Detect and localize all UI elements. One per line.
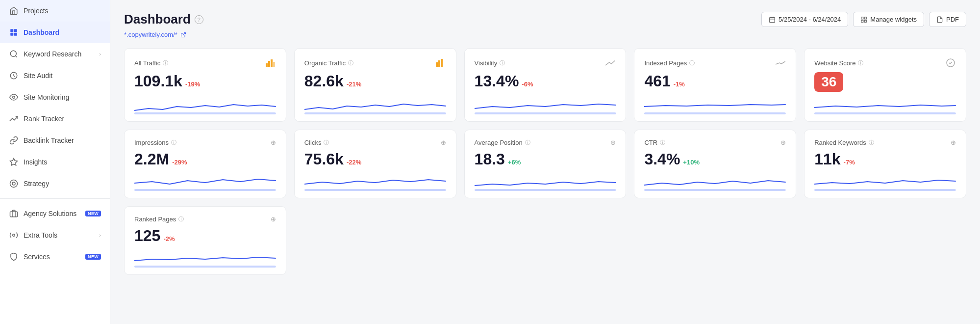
sidebar-label-backlink-tracker: Backlink Tracker (24, 136, 101, 144)
chevron-right-icon: › (99, 51, 101, 57)
sidebar-label-keyword-research: Keyword Research (24, 50, 94, 58)
svg-rect-29 (441, 59, 443, 67)
svg-rect-36 (304, 189, 446, 191)
sidebar-label-insights: Insights (24, 158, 101, 166)
svg-rect-11 (10, 212, 18, 217)
widget-info-icon-impressions[interactable]: ⓘ (171, 139, 176, 146)
pdf-button[interactable]: PDF (929, 12, 966, 27)
widget-title-visibility: Visibility (475, 59, 498, 67)
widget-pct-average-position: +6% (508, 159, 521, 166)
widget-value-visibility: 13.4% (475, 72, 519, 90)
svg-rect-13 (770, 17, 775, 23)
site-monitoring-icon (9, 92, 19, 102)
trend-icon-visibility (605, 57, 616, 68)
sidebar-item-agency-solutions[interactable]: Agency Solutions NEW (0, 203, 110, 224)
manage-widgets-label: Manage widgets (870, 16, 917, 23)
widget-value-indexed-pages: 461 (644, 72, 670, 90)
widget-value-all-traffic: 109.1k (134, 72, 182, 90)
sparkline-visibility (475, 97, 616, 114)
widget-info-icon-ranked-pages[interactable]: ⓘ (178, 216, 184, 223)
svg-point-4 (10, 51, 16, 56)
page-header: Dashboard ? 5/25/2024 - 6/24/2024 Manage… (124, 12, 966, 27)
site-url-link[interactable]: *.copywritely.com/* (124, 31, 177, 38)
sidebar-item-extra-tools[interactable]: Extra Tools › (0, 224, 110, 246)
widget-info-icon-visibility[interactable]: ⓘ (500, 59, 505, 67)
widget-title-organic-traffic: Organic Traffic (304, 59, 346, 67)
manage-widgets-button[interactable]: Manage widgets (853, 12, 924, 27)
svg-rect-38 (644, 189, 786, 191)
widget-value-clicks: 75.6k (304, 150, 344, 168)
settings-icon-ranked-pages[interactable]: ⊕ (271, 216, 276, 223)
widgets-row-2: Impressions ⓘ ⊕ 2.2M -29% Clicks ⓘ (124, 130, 966, 198)
settings-icon-average-position[interactable]: ⊕ (610, 139, 616, 146)
insights-icon (9, 157, 19, 167)
settings-icon-impressions[interactable]: ⊕ (271, 139, 276, 146)
widget-pct-ctr: +10% (683, 159, 700, 166)
widget-ranked-keywords: Ranked Keywords ⓘ ⊕ 11k -7% (804, 130, 966, 198)
widget-value-website-score: 36 (814, 72, 843, 92)
widget-pct-organic-traffic: -21% (347, 81, 361, 88)
svg-rect-32 (644, 112, 786, 114)
sidebar-label-dashboard: Dashboard (24, 28, 101, 36)
date-range-label: 5/25/2024 - 6/24/2024 (779, 16, 841, 23)
widget-title-ctr: CTR (644, 139, 657, 146)
widget-clicks: Clicks ⓘ ⊕ 75.6k -22% (294, 130, 456, 198)
external-link-icon (180, 32, 186, 38)
svg-rect-31 (475, 112, 616, 114)
sidebar-item-site-monitoring[interactable]: Site Monitoring (0, 86, 110, 108)
header-actions: 5/25/2024 - 6/24/2024 Manage widgets PDF (761, 12, 966, 27)
sidebar-item-projects[interactable]: Projects (0, 0, 110, 22)
svg-rect-20 (864, 20, 866, 22)
widget-info-icon-ctr[interactable]: ⓘ (660, 139, 665, 146)
svg-rect-26 (134, 112, 276, 114)
svg-rect-2 (10, 33, 13, 36)
widget-pct-indexed-pages: -1% (674, 81, 685, 88)
svg-rect-27 (436, 62, 438, 67)
svg-point-10 (12, 182, 15, 185)
widget-pct-all-traffic: -19% (185, 81, 200, 88)
widget-value-average-position: 18.3 (475, 150, 505, 168)
sidebar-item-backlink-tracker[interactable]: Backlink Tracker (0, 130, 110, 151)
widget-title-indexed-pages: Indexed Pages (644, 59, 687, 67)
widget-average-position: Average Position ⓘ ⊕ 18.3 +6% (464, 130, 627, 198)
widget-info-icon-organic-traffic[interactable]: ⓘ (348, 59, 353, 67)
sidebar-item-strategy[interactable]: Strategy (0, 173, 110, 194)
title-help-icon[interactable]: ? (195, 15, 203, 24)
widget-info-icon-clicks[interactable]: ⓘ (324, 139, 329, 146)
svg-rect-28 (438, 60, 440, 67)
sidebar-item-site-audit[interactable]: Site Audit (0, 65, 110, 86)
widget-info-icon-indexed-pages[interactable]: ⓘ (689, 59, 695, 67)
widget-info-icon-all-traffic[interactable]: ⓘ (163, 59, 168, 67)
date-range-button[interactable]: 5/25/2024 - 6/24/2024 (761, 12, 848, 27)
svg-rect-17 (861, 17, 863, 19)
sidebar-label-site-audit: Site Audit (24, 72, 101, 80)
sidebar-item-insights[interactable]: Insights (0, 151, 110, 173)
widget-pct-visibility: -6% (522, 81, 533, 88)
svg-rect-30 (304, 112, 446, 114)
sidebar-item-dashboard[interactable]: Dashboard (0, 22, 110, 43)
widget-info-icon-average-position[interactable]: ⓘ (525, 139, 530, 146)
page-title: Dashboard (124, 12, 191, 27)
settings-icon-ctr[interactable]: ⊕ (780, 139, 786, 146)
svg-line-21 (183, 32, 186, 35)
sparkline-organic-traffic (304, 97, 446, 114)
widget-pct-ranked-keywords: -7% (844, 159, 855, 166)
sidebar-item-services[interactable]: Services NEW (0, 246, 110, 268)
sparkline-ranked-pages (134, 250, 276, 268)
widget-organic-traffic: Organic Traffic ⓘ 82.6k -21% (294, 48, 456, 122)
widget-info-icon-ranked-keywords[interactable]: ⓘ (869, 139, 874, 146)
settings-icon-clicks[interactable]: ⊕ (441, 139, 446, 146)
svg-rect-35 (134, 189, 276, 191)
svg-line-5 (15, 55, 17, 57)
sidebar-item-keyword-research[interactable]: Keyword Research › (0, 43, 110, 65)
widget-info-icon-website-score[interactable]: ⓘ (858, 59, 863, 67)
check-icon-website-score (945, 57, 956, 68)
sparkline-impressions (134, 173, 276, 191)
services-icon (9, 252, 19, 262)
sidebar-item-rank-tracker[interactable]: Rank Tracker (0, 108, 110, 130)
settings-icon-ranked-keywords[interactable]: ⊕ (951, 139, 956, 146)
dashboard-icon (9, 27, 19, 37)
sidebar-label-agency-solutions: Agency Solutions (24, 210, 80, 217)
pdf-label: PDF (946, 16, 959, 23)
widget-title-clicks: Clicks (304, 139, 322, 146)
